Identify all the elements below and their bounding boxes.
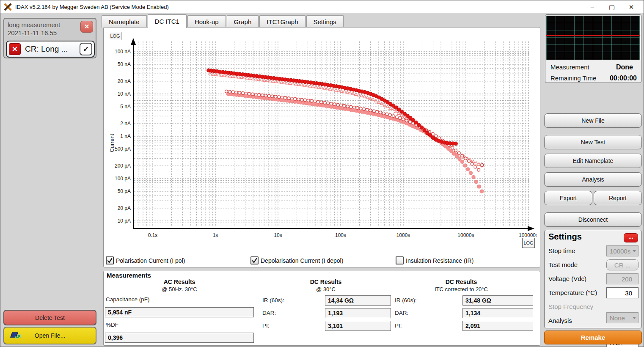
minimize-button[interactable]: – <box>583 0 602 14</box>
y-tick-label: 2 nA <box>120 121 131 127</box>
setting-test-mode: CR ... <box>606 259 638 270</box>
setting-voltage-vdc-: 200 <box>606 273 638 284</box>
setting-stop-frequency: None <box>606 312 638 323</box>
field-value: 14,34 GΩ <box>325 295 391 306</box>
setting-label-analysis: Analysis <box>548 317 572 324</box>
settings-title: Settings <box>548 232 582 242</box>
measurements-title: Measurements <box>107 272 151 279</box>
x-log-scale-button[interactable]: LOG <box>522 238 535 248</box>
test-checkbox[interactable]: ✓ <box>80 43 92 55</box>
title-bar: IDAX v5.2.164 by Megger Sweden AB (Servi… <box>0 0 644 14</box>
setting-label-test-mode: Test mode <box>548 261 578 268</box>
delete-test-button[interactable]: Delete Test <box>3 310 96 325</box>
checkbox-icon[interactable] <box>106 256 114 264</box>
setting-stop-time: 10000s <box>606 245 638 256</box>
remaining-time-value: 00:00:00 <box>610 74 637 82</box>
series-depolarisation-current-i-depol- <box>225 90 480 171</box>
x-tick-label: 1000s <box>396 232 410 238</box>
field-value: 1,134 <box>462 308 533 318</box>
field-value: 0,396 <box>105 333 254 343</box>
test-item-button[interactable]: ✕ CR: Long ... ✓ <box>6 41 95 58</box>
field-value: 31,48 GΩ <box>462 295 533 306</box>
window-controls: – ▢ ✕ <box>583 0 641 14</box>
y-tick-label: 20 nA <box>118 78 131 84</box>
edit-nameplate-button[interactable]: Edit Nameplate <box>544 154 642 168</box>
toggle-label: Depolarisation Current (I depol) <box>261 257 343 264</box>
y-tick-label: 500 pA <box>115 146 131 152</box>
results-header: DC Results <box>446 278 477 285</box>
x-tick-label: 0.1s <box>148 232 158 238</box>
field-label: IR (60s): <box>395 297 417 303</box>
open-file-icon <box>9 330 22 341</box>
field-label: PI: <box>262 322 270 329</box>
toggle-depolarisation-current-i-depol-[interactable]: Depolarisation Current (I depol) <box>250 256 343 264</box>
settings-panel: Settings ... Stop time10000sTest modeCR … <box>544 230 642 328</box>
measurement-status-label: Measurement <box>550 63 616 71</box>
x-tick-label: 100s <box>335 232 346 238</box>
field-label: IR (60s): <box>262 297 284 303</box>
setting-temperature-c-[interactable]: 30 <box>606 287 638 298</box>
field-value: 3,101 <box>325 321 391 331</box>
tab-settings[interactable]: Settings <box>306 15 344 28</box>
tab-graph[interactable]: Graph <box>227 15 259 28</box>
measurement-status-value: Done <box>616 63 633 71</box>
results-header: AC Results <box>164 278 195 285</box>
setting-label-stop-time: Stop time <box>548 247 575 254</box>
scope-signal-line <box>546 35 640 36</box>
tab-bar: NameplateDC ITC1Hook-upGraphITC1GraphSet… <box>102 14 344 28</box>
tab-nameplate[interactable]: Nameplate <box>102 15 147 28</box>
toggle-label: Insulation Resistance (IR) <box>406 257 473 264</box>
close-test-icon[interactable]: ✕ <box>80 21 93 33</box>
field-label: DAR: <box>262 310 276 316</box>
y-tick-label: 50 nA <box>118 61 131 67</box>
y-tick-label: 50 pA <box>118 188 131 194</box>
close-button[interactable]: ✕ <box>622 0 641 14</box>
tab-dc-itc1[interactable]: DC ITC1 <box>148 14 187 28</box>
test-session-card: long measurement 2021-11-11 16.55 ✕ ✕ CR… <box>3 18 96 58</box>
y-tick-label: 1 nA <box>120 133 131 139</box>
open-file-button[interactable]: Open File... <box>3 327 96 344</box>
toggle-polarisation-current-i-pol-[interactable]: Polarisation Current (I pol) <box>106 256 185 264</box>
y-tick-label: 10 pA <box>118 218 131 224</box>
tab-hook-up[interactable]: Hook-up <box>187 15 226 28</box>
field-value: 1,193 <box>325 308 391 318</box>
setting-label-voltage-vdc-: Voltage (Vdc) <box>548 275 586 282</box>
open-file-label: Open File... <box>35 332 65 339</box>
y-tick-label: 100 nA <box>115 49 131 55</box>
test-error-icon: ✕ <box>9 43 21 55</box>
dc-itc1-chart: 100 nA50 nA20 nA10 nA5 nA2 nA1 nA500 pA2… <box>107 30 537 252</box>
export-button[interactable]: Export <box>544 191 592 205</box>
new-file-button[interactable]: New File <box>544 113 642 128</box>
x-tick-label: 10s <box>274 232 282 238</box>
toggle-insulation-resistance-ir-[interactable]: Insulation Resistance (IR) <box>396 256 473 264</box>
y-tick-label: 100 pA <box>115 176 131 182</box>
field-value: 5,954 nF <box>105 307 254 317</box>
remake-button[interactable]: Remake <box>544 330 642 344</box>
maximize-button[interactable]: ▢ <box>602 0 622 14</box>
test-item-label: CR: Long ... <box>25 44 80 54</box>
results-header: DC Results <box>310 278 342 285</box>
checkbox-icon[interactable] <box>250 256 259 264</box>
field-label: DAR: <box>395 310 408 316</box>
setting-label-stop-frequency: Stop Frequency <box>548 303 593 310</box>
field-label: PI: <box>395 322 402 329</box>
tab-itc1graph[interactable]: ITC1Graph <box>259 15 305 28</box>
chevron-down-icon <box>633 250 636 252</box>
report-button[interactable]: Report <box>594 191 642 205</box>
live-signal-scope <box>546 16 640 60</box>
x-tick-label: 10000s <box>457 232 474 238</box>
idax-window: IDAX v5.2.164 by Megger Sweden AB (Servi… <box>0 0 644 347</box>
analysis-button[interactable]: Analysis <box>544 172 642 187</box>
results-subheader: @ 30°C <box>316 286 336 292</box>
x-tick-label: 100000s <box>519 232 537 238</box>
y-tick-label: 5 nA <box>120 104 131 110</box>
new-test-button[interactable]: New Test <box>544 135 642 149</box>
checkbox-icon[interactable] <box>396 256 404 264</box>
field-label: %DF <box>106 322 118 328</box>
disconnect-button[interactable]: Disconnect <box>544 212 642 227</box>
toggle-label: Polarisation Current (I pol) <box>116 257 185 264</box>
remaining-time-label: Remaining Time <box>550 74 610 82</box>
results-subheader: ITC corrected to 20°C <box>435 286 488 292</box>
settings-more-button[interactable]: ... <box>624 233 638 242</box>
app-icon <box>4 3 12 11</box>
